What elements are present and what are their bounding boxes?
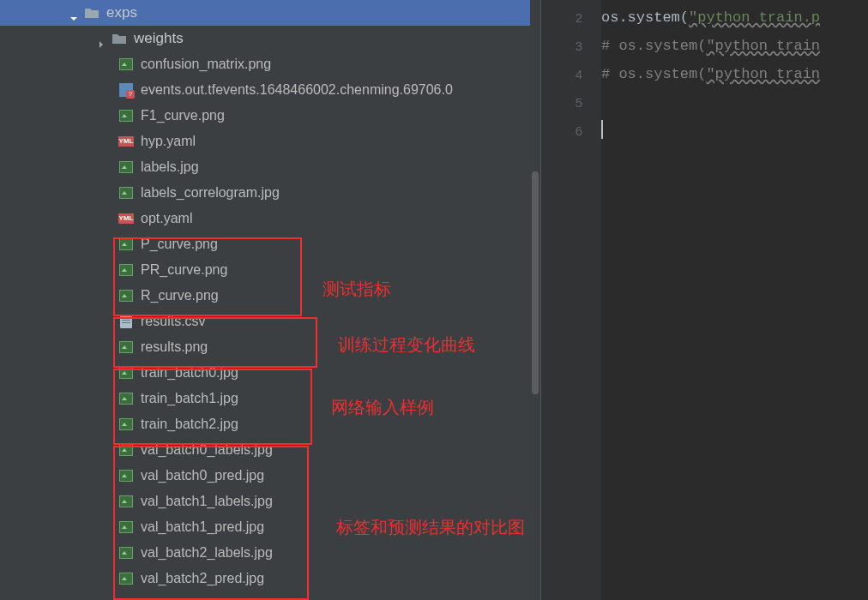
file-label: labels_correlogram.jpg xyxy=(141,180,280,206)
file-labels-correlogram[interactable]: labels_correlogram.jpg xyxy=(0,180,540,206)
yaml-icon: YML xyxy=(118,134,134,149)
file-val-batch0-pred[interactable]: val_batch0_pred.jpg xyxy=(0,463,540,489)
file-label: val_batch2_pred.jpg xyxy=(141,566,264,591)
file-opt-yaml[interactable]: YML opt.yaml xyxy=(0,206,540,231)
file-train-batch2[interactable]: train_batch2.jpg xyxy=(0,411,540,437)
file-r-curve[interactable]: R_curve.png xyxy=(0,283,540,309)
file-f1-curve[interactable]: F1_curve.png xyxy=(0,103,540,129)
folder-label: weights xyxy=(134,26,184,51)
image-icon xyxy=(118,468,134,483)
file-label: F1_curve.png xyxy=(141,103,225,129)
code-line[interactable] xyxy=(601,88,868,117)
gutter-line-number: 6 xyxy=(541,117,601,145)
folder-weights[interactable]: weights xyxy=(0,26,540,51)
image-icon xyxy=(118,159,134,175)
scrollbar-thumb[interactable] xyxy=(532,171,539,394)
image-icon xyxy=(118,494,134,509)
file-label: val_batch0_labels.jpg xyxy=(141,437,273,463)
unknown-file-icon xyxy=(118,82,134,98)
image-icon xyxy=(118,108,134,123)
chevron-down-icon xyxy=(69,7,81,19)
image-icon xyxy=(118,545,134,561)
image-icon xyxy=(118,262,134,278)
image-icon xyxy=(118,288,134,303)
chevron-right-icon xyxy=(96,33,108,45)
file-train-batch0[interactable]: train_batch0.jpg xyxy=(0,360,540,386)
file-label: val_batch0_pred.jpg xyxy=(141,463,264,489)
file-label: results.csv xyxy=(141,309,206,334)
scrollbar-track[interactable] xyxy=(530,0,540,600)
file-pr-curve[interactable]: PR_curve.png xyxy=(0,257,540,283)
file-val-batch0-labels[interactable]: val_batch0_labels.jpg xyxy=(0,437,540,463)
file-label: train_batch1.jpg xyxy=(141,386,238,411)
image-icon xyxy=(118,519,134,535)
image-icon xyxy=(118,339,134,355)
image-icon xyxy=(118,237,134,252)
file-val-batch1-pred[interactable]: val_batch1_pred.jpg xyxy=(0,514,540,540)
file-label: P_curve.png xyxy=(141,231,218,257)
file-label: train_batch2.jpg xyxy=(141,411,238,437)
folder-icon xyxy=(112,31,127,46)
image-icon xyxy=(118,365,134,381)
text-file-icon xyxy=(118,314,134,329)
file-hyp-yaml[interactable]: YML hyp.yaml xyxy=(0,129,540,154)
file-label: hyp.yaml xyxy=(141,129,196,154)
code-line[interactable]: # os.system("python train xyxy=(601,32,868,60)
file-events[interactable]: events.out.tfevents.1648466002.chenming.… xyxy=(0,77,540,103)
file-label: val_batch2_labels.jpg xyxy=(141,540,273,566)
code-line[interactable]: os.system("python train.p xyxy=(601,3,868,32)
code-editor[interactable]: os.system("python train.p # os.system("p… xyxy=(601,0,868,600)
file-val-batch2-pred[interactable]: val_batch2_pred.jpg xyxy=(0,566,540,591)
editor-gutter: 2 3 4 5 6 xyxy=(541,0,601,600)
gutter-line-number: 5 xyxy=(541,88,601,117)
file-val-batch1-labels[interactable]: val_batch1_labels.jpg xyxy=(0,489,540,514)
yaml-icon: YML xyxy=(118,211,134,226)
file-labels-jpg[interactable]: labels.jpg xyxy=(0,154,540,180)
editor-pane: 2 3 4 5 6 os.system("python train.p # os… xyxy=(540,0,868,600)
image-icon xyxy=(118,391,134,406)
file-results-png[interactable]: results.png xyxy=(0,334,540,360)
file-label: val_batch1_pred.jpg xyxy=(141,514,264,540)
gutter-line-number: 4 xyxy=(541,60,601,88)
code-line[interactable]: # os.system("python train xyxy=(601,60,868,88)
image-icon xyxy=(118,417,134,432)
file-label: R_curve.png xyxy=(141,283,219,309)
file-label: PR_curve.png xyxy=(141,257,227,283)
image-icon xyxy=(118,57,134,72)
file-train-batch1[interactable]: train_batch1.jpg xyxy=(0,386,540,411)
folder-icon xyxy=(84,5,99,21)
file-label: val_batch1_labels.jpg xyxy=(141,489,273,514)
code-line-cursor[interactable] xyxy=(601,117,868,145)
file-p-curve[interactable]: P_curve.png xyxy=(0,231,540,257)
file-label: train_batch0.jpg xyxy=(141,360,238,386)
file-confusion-matrix[interactable]: confusion_matrix.png xyxy=(0,51,540,77)
file-results-csv[interactable]: results.csv xyxy=(0,309,540,334)
file-val-batch2-labels[interactable]: val_batch2_labels.jpg xyxy=(0,540,540,566)
file-label: labels.jpg xyxy=(141,154,199,180)
gutter-line-number: 3 xyxy=(541,32,601,60)
file-label: confusion_matrix.png xyxy=(141,51,271,77)
gutter-line-number: 2 xyxy=(541,3,601,32)
file-tree-panel: exps weights confusion_matrix.png events… xyxy=(0,0,540,600)
image-icon xyxy=(118,442,134,458)
file-label: opt.yaml xyxy=(141,206,192,231)
file-label: events.out.tfevents.1648466002.chenming.… xyxy=(141,77,453,103)
folder-exps[interactable]: exps xyxy=(0,0,540,26)
image-icon xyxy=(118,571,134,586)
image-icon xyxy=(118,185,134,201)
folder-label: exps xyxy=(106,0,137,26)
file-label: results.png xyxy=(141,334,208,360)
